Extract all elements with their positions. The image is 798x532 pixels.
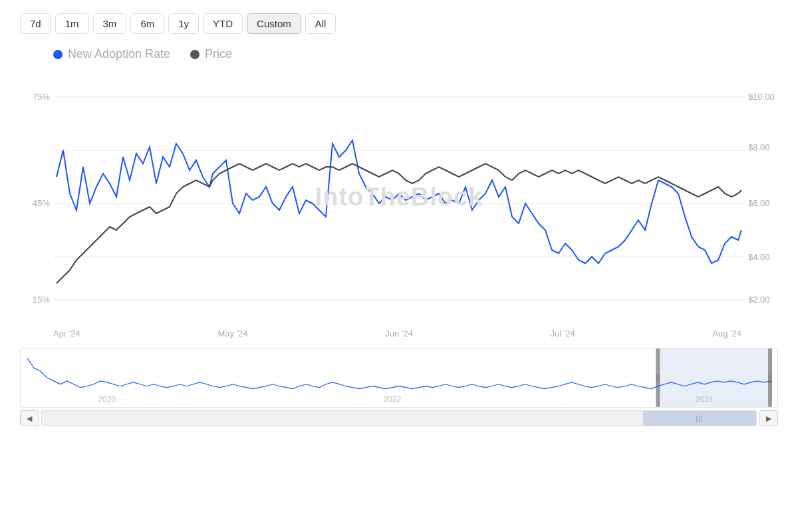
svg-text:15%: 15% [33, 295, 50, 305]
btn-1y[interactable]: 1y [168, 13, 199, 34]
btn-1m[interactable]: 1m [55, 13, 89, 34]
x-label-jun: Jun '24 [385, 329, 413, 338]
adoption-rate-line [57, 140, 741, 263]
svg-text:$2.00: $2.00 [748, 295, 770, 305]
x-label-aug: Aug '24 [712, 329, 741, 338]
btn-6m[interactable]: 6m [130, 13, 164, 34]
scroll-thumb[interactable]: ||| [643, 411, 756, 426]
scroll-handle-icon: ||| [696, 415, 704, 422]
price-label: Price [205, 47, 232, 61]
x-label-may: May '24 [217, 329, 247, 338]
svg-text:75%: 75% [33, 92, 50, 102]
x-axis-labels: Apr '24 May '24 Jun '24 Jul '24 Aug '24 [53, 329, 741, 338]
svg-text:$4.00: $4.00 [748, 252, 770, 262]
svg-text:||: || [656, 372, 660, 383]
btn-3m[interactable]: 3m [93, 13, 127, 34]
svg-text:$8.00: $8.00 [748, 142, 770, 152]
btn-custom[interactable]: Custom [247, 13, 301, 34]
price-dot [190, 50, 200, 59]
x-label-apr: Apr '24 [53, 329, 80, 338]
adoption-rate-label: New Adoption Rate [68, 47, 170, 61]
btn-all[interactable]: All [305, 13, 336, 34]
svg-text:2020: 2020 [98, 394, 116, 404]
main-chart-svg[interactable]: 75% 45% 15% $10.00 $8.00 $6.00 $4.00 $2.… [20, 70, 778, 323]
mini-chart-svg[interactable]: || || 2020 2022 2024 [21, 348, 777, 407]
left-arrow-icon: ◀ [27, 414, 32, 423]
btn-ytd[interactable]: YTD [203, 13, 243, 34]
btn-7d[interactable]: 7d [20, 13, 51, 34]
legend-adoption-rate[interactable]: New Adoption Rate [53, 47, 170, 61]
scroll-left-btn[interactable]: ◀ [20, 410, 39, 426]
svg-text:$6.00: $6.00 [748, 198, 770, 208]
scrollbar-row: ◀ ||| ▶ [20, 410, 778, 426]
mini-chart-wrapper[interactable]: || || 2020 2022 2024 [20, 348, 778, 408]
price-line [57, 164, 741, 283]
svg-text:2024: 2024 [696, 394, 714, 404]
x-label-jul: Jul '24 [550, 329, 575, 338]
svg-text:2022: 2022 [384, 394, 402, 404]
main-chart-area: IntoTheBlock 75% 45% 15% $10.00 $8.00 $6… [20, 70, 778, 323]
svg-text:$10.00: $10.00 [748, 92, 775, 102]
right-arrow-icon: ▶ [766, 414, 771, 423]
chart-legend: New Adoption Rate Price [53, 47, 778, 61]
scroll-right-btn[interactable]: ▶ [759, 410, 778, 426]
scroll-track[interactable]: ||| [41, 410, 757, 426]
selection-region [658, 348, 771, 407]
adoption-rate-dot [53, 50, 63, 59]
legend-price[interactable]: Price [190, 47, 232, 61]
main-container: 7d 1m 3m 6m 1y YTD Custom All New Adopti… [0, 0, 798, 532]
svg-text:45%: 45% [33, 198, 50, 208]
time-range-selector: 7d 1m 3m 6m 1y YTD Custom All [20, 13, 778, 34]
